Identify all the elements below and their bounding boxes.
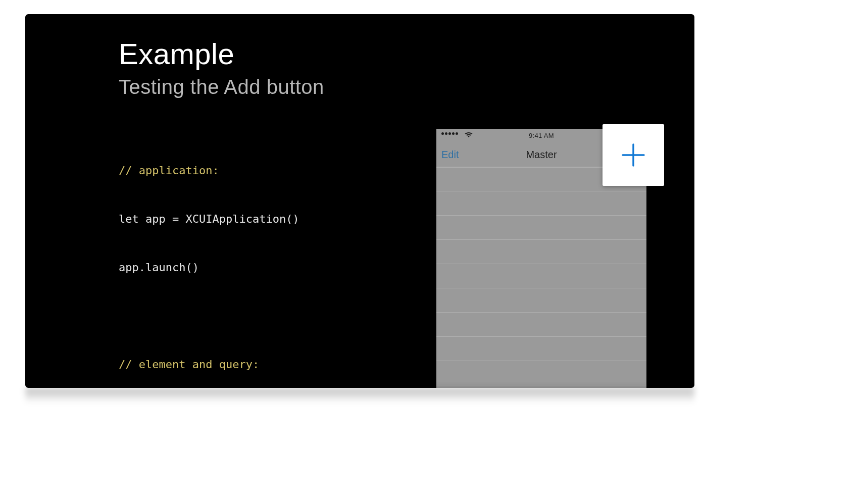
code-comment-application: // application: xyxy=(119,163,393,179)
slide-shadow xyxy=(25,388,694,403)
add-button-callout xyxy=(603,124,664,186)
table-row[interactable] xyxy=(436,288,646,313)
table-view[interactable] xyxy=(436,167,646,388)
table-row[interactable] xyxy=(436,313,646,337)
code-line-let-app: let app = XCUIApplication() xyxy=(119,211,393,227)
table-row[interactable] xyxy=(436,337,646,361)
slide-subtitle: Testing the Add button xyxy=(119,76,324,98)
code-comment-element-query: // element and query: xyxy=(119,357,393,373)
slide-title: Example xyxy=(119,37,324,71)
table-row[interactable] xyxy=(436,361,646,385)
title-block: Example Testing the Add button xyxy=(119,37,324,98)
plus-icon xyxy=(620,141,647,169)
table-row[interactable] xyxy=(436,216,646,240)
code-blank-1 xyxy=(119,308,393,324)
presentation-slide: Example Testing the Add button // applic… xyxy=(25,14,694,388)
code-block: // application: let app = XCUIApplicatio… xyxy=(119,130,393,388)
table-row[interactable] xyxy=(436,240,646,264)
table-row[interactable] xyxy=(436,264,646,288)
stage: Example Testing the Add button // applic… xyxy=(0,0,852,504)
table-row[interactable] xyxy=(436,385,646,388)
table-row[interactable] xyxy=(436,191,646,216)
code-line-app-launch: app.launch() xyxy=(119,260,393,276)
